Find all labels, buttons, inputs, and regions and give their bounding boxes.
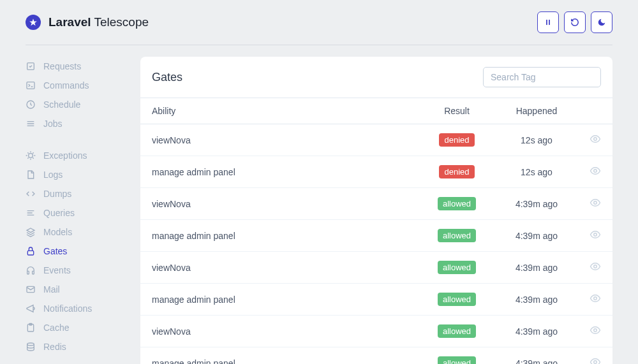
eye-icon	[590, 165, 601, 177]
sidebar-item-queries[interactable]: Queries	[26, 203, 128, 222]
svg-point-15	[594, 201, 597, 205]
sidebar-item-mail[interactable]: Mail	[26, 280, 128, 299]
eye-icon	[590, 229, 601, 240]
view-link[interactable]	[590, 356, 601, 364]
sidebar-item-models[interactable]: Models	[26, 222, 128, 242]
sidebar-item-notifications[interactable]: Notifications	[26, 299, 128, 318]
cell-result: denied	[419, 124, 495, 156]
table-row: viewNovaallowed4:39m ago	[140, 188, 612, 220]
view-link[interactable]	[590, 229, 601, 240]
app-title: Laravel Telescope	[48, 15, 149, 29]
cell-view	[578, 316, 612, 347]
cell-view	[578, 188, 612, 220]
svg-rect-7	[27, 271, 29, 274]
sidebar: RequestsCommandsScheduleJobsExceptionsLo…	[26, 57, 128, 364]
sidebar-item-commands[interactable]: Commands	[26, 76, 128, 95]
clipboard-icon	[26, 323, 36, 333]
table-row: manage admin panelallowed4:39m ago	[140, 347, 612, 365]
nav-label: Mail	[43, 284, 60, 295]
nav-label: Gates	[43, 246, 67, 256]
app-brand: Laravel Telescope	[26, 15, 149, 30]
status-badge: allowed	[438, 229, 476, 242]
list-icon	[26, 119, 36, 129]
nav-label: Events	[43, 265, 71, 275]
col-result: Result	[419, 98, 495, 124]
headphones-icon	[26, 265, 36, 275]
nav-label: Queries	[43, 208, 75, 218]
sidebar-item-cache[interactable]: Cache	[26, 318, 128, 337]
pause-icon	[544, 18, 553, 27]
sidebar-item-events[interactable]: Events	[26, 261, 128, 280]
view-link[interactable]	[590, 197, 601, 208]
nav-label: Commands	[43, 80, 89, 91]
nav-label: Exceptions	[43, 150, 87, 161]
bug-icon	[26, 150, 36, 161]
eye-icon	[590, 133, 601, 145]
database-icon	[26, 342, 36, 352]
sidebar-item-gates[interactable]: Gates	[26, 242, 128, 261]
code-icon	[26, 189, 36, 199]
sidebar-item-dumps[interactable]: Dumps	[26, 184, 128, 203]
nav-label: Logs	[43, 170, 63, 180]
view-link[interactable]	[590, 261, 601, 272]
cell-ability: manage admin panel	[140, 284, 419, 316]
view-link[interactable]	[590, 324, 601, 336]
sidebar-item-jobs[interactable]: Jobs	[26, 114, 128, 133]
cell-result: allowed	[419, 347, 495, 365]
cell-ability: manage admin panel	[140, 347, 419, 365]
view-link[interactable]	[590, 293, 601, 304]
cell-ability: viewNova	[140, 316, 419, 347]
search-input[interactable]	[483, 67, 601, 87]
nav-label: Schedule	[43, 99, 80, 110]
svg-point-5	[29, 154, 33, 158]
cell-happened: 4:39m ago	[495, 220, 578, 252]
refresh-button[interactable]	[564, 11, 586, 33]
status-badge: allowed	[438, 197, 476, 210]
cell-view	[578, 284, 612, 316]
eye-icon	[590, 356, 601, 364]
sidebar-item-logs[interactable]: Logs	[26, 165, 128, 184]
sidebar-item-requests[interactable]: Requests	[26, 57, 128, 76]
cell-ability: viewNova	[140, 124, 419, 156]
nav-label: Models	[43, 227, 72, 237]
svg-point-18	[594, 297, 597, 300]
cell-ability: manage admin panel	[140, 220, 419, 252]
svg-point-12	[27, 343, 34, 346]
sidebar-item-exceptions[interactable]: Exceptions	[26, 146, 128, 165]
request-icon	[26, 61, 36, 71]
app-logo	[26, 15, 41, 30]
eye-icon	[590, 261, 601, 272]
nav-label: Redis	[43, 342, 66, 352]
eye-icon	[590, 197, 601, 208]
table-row: manage admin panelallowed4:39m ago	[140, 220, 612, 252]
cell-view	[578, 124, 612, 156]
eye-icon	[590, 324, 601, 336]
file-icon	[26, 170, 36, 180]
table-row: manage admin paneldenied12s ago	[140, 156, 612, 188]
cell-happened: 12s ago	[495, 124, 578, 156]
svg-point-20	[594, 361, 597, 364]
cell-result: allowed	[419, 284, 495, 316]
dark-mode-button[interactable]	[591, 11, 612, 33]
header-actions	[537, 11, 612, 33]
moon-icon	[597, 18, 606, 27]
refresh-icon	[570, 18, 579, 27]
status-badge: allowed	[438, 261, 476, 274]
status-badge: allowed	[438, 356, 476, 364]
nav-label: Dumps	[43, 189, 71, 199]
layers-icon	[26, 227, 36, 237]
cell-result: denied	[419, 156, 495, 188]
view-link[interactable]	[590, 133, 601, 145]
sidebar-item-redis[interactable]: Redis	[26, 337, 128, 356]
sidebar-item-schedule[interactable]: Schedule	[26, 95, 128, 114]
nav-label: Notifications	[43, 303, 92, 314]
cell-happened: 4:39m ago	[495, 252, 578, 284]
cell-result: allowed	[419, 188, 495, 220]
cell-ability: viewNova	[140, 252, 419, 284]
table-row: viewNovadenied12s ago	[140, 124, 612, 156]
svg-point-17	[594, 265, 597, 268]
nav-label: Cache	[43, 323, 69, 333]
view-link[interactable]	[590, 165, 601, 177]
svg-point-16	[594, 233, 597, 237]
pause-button[interactable]	[537, 11, 559, 33]
